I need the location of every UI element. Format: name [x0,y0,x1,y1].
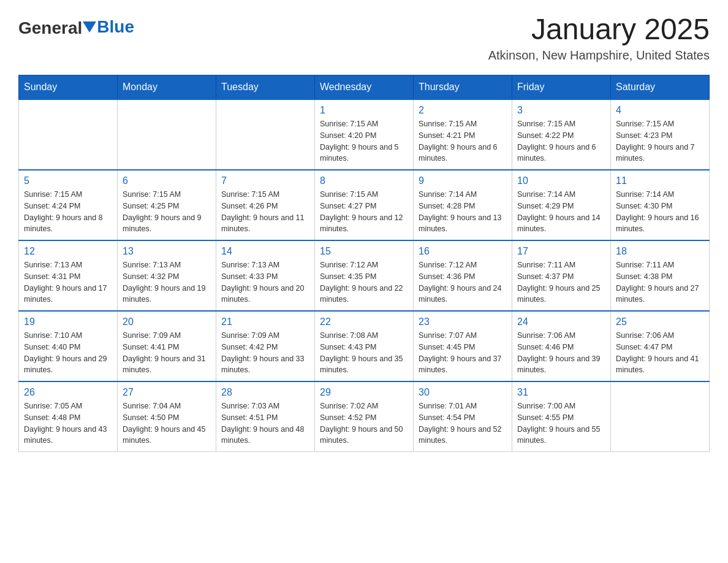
week-row-4: 19Sunrise: 7:10 AM Sunset: 4:40 PM Dayli… [19,311,710,381]
day-number: 25 [616,316,704,327]
day-info: Sunrise: 7:00 AM Sunset: 4:55 PM Dayligh… [517,400,605,446]
day-number: 17 [517,246,605,257]
day-info: Sunrise: 7:06 AM Sunset: 4:47 PM Dayligh… [616,330,704,376]
calendar-cell: 20Sunrise: 7:09 AM Sunset: 4:41 PM Dayli… [118,311,216,381]
day-number: 19 [24,316,112,327]
page-header: General Blue January 2025 Atkinson, New … [18,12,710,63]
calendar-cell [611,381,710,452]
day-info: Sunrise: 7:14 AM Sunset: 4:30 PM Dayligh… [616,189,704,235]
day-number: 20 [123,316,211,327]
day-number: 23 [419,316,507,327]
day-info: Sunrise: 7:11 AM Sunset: 4:37 PM Dayligh… [517,259,605,305]
column-header-saturday: Saturday [611,75,710,100]
day-number: 26 [24,387,112,398]
calendar-cell: 22Sunrise: 7:08 AM Sunset: 4:43 PM Dayli… [315,311,414,381]
day-info: Sunrise: 7:13 AM Sunset: 4:31 PM Dayligh… [24,259,112,305]
day-info: Sunrise: 7:08 AM Sunset: 4:43 PM Dayligh… [320,330,408,376]
week-row-1: 1Sunrise: 7:15 AM Sunset: 4:20 PM Daylig… [19,99,710,170]
day-number: 5 [24,175,112,186]
day-number: 22 [320,316,408,327]
calendar-cell: 14Sunrise: 7:13 AM Sunset: 4:33 PM Dayli… [216,240,315,311]
day-number: 21 [221,316,309,327]
day-number: 11 [616,175,704,186]
day-info: Sunrise: 7:09 AM Sunset: 4:41 PM Dayligh… [123,330,211,376]
day-info: Sunrise: 7:07 AM Sunset: 4:45 PM Dayligh… [419,330,507,376]
day-number: 10 [517,175,605,186]
day-info: Sunrise: 7:14 AM Sunset: 4:29 PM Dayligh… [517,189,605,235]
day-info: Sunrise: 7:15 AM Sunset: 4:22 PM Dayligh… [517,118,605,164]
calendar-cell: 1Sunrise: 7:15 AM Sunset: 4:20 PM Daylig… [315,99,414,170]
day-number: 13 [123,246,211,257]
calendar-cell: 12Sunrise: 7:13 AM Sunset: 4:31 PM Dayli… [19,240,118,311]
day-number: 16 [419,246,507,257]
calendar-cell [216,99,315,170]
day-number: 9 [419,175,507,186]
calendar-cell: 29Sunrise: 7:02 AM Sunset: 4:52 PM Dayli… [315,381,414,452]
calendar-cell [118,99,216,170]
calendar-cell: 28Sunrise: 7:03 AM Sunset: 4:51 PM Dayli… [216,381,315,452]
week-row-3: 12Sunrise: 7:13 AM Sunset: 4:31 PM Dayli… [19,240,710,311]
day-number: 2 [419,105,507,116]
calendar-title: January 2025 [488,12,710,46]
day-number: 29 [320,387,408,398]
day-number: 3 [517,105,605,116]
logo-triangle-icon [83,21,96,33]
column-header-friday: Friday [512,75,611,100]
day-info: Sunrise: 7:15 AM Sunset: 4:25 PM Dayligh… [123,189,211,235]
calendar-cell: 13Sunrise: 7:13 AM Sunset: 4:32 PM Dayli… [118,240,216,311]
day-number: 31 [517,387,605,398]
day-number: 14 [221,246,309,257]
calendar-cell: 27Sunrise: 7:04 AM Sunset: 4:50 PM Dayli… [118,381,216,452]
svg-marker-0 [83,21,96,33]
calendar-cell: 4Sunrise: 7:15 AM Sunset: 4:23 PM Daylig… [611,99,710,170]
day-info: Sunrise: 7:09 AM Sunset: 4:42 PM Dayligh… [221,330,309,376]
logo-blue-text: Blue [97,17,134,37]
day-info: Sunrise: 7:12 AM Sunset: 4:36 PM Dayligh… [419,259,507,305]
day-info: Sunrise: 7:14 AM Sunset: 4:28 PM Dayligh… [419,189,507,235]
calendar-cell: 17Sunrise: 7:11 AM Sunset: 4:37 PM Dayli… [512,240,611,311]
calendar-cell: 25Sunrise: 7:06 AM Sunset: 4:47 PM Dayli… [611,311,710,381]
calendar-cell: 16Sunrise: 7:12 AM Sunset: 4:36 PM Dayli… [414,240,512,311]
calendar-cell: 11Sunrise: 7:14 AM Sunset: 4:30 PM Dayli… [611,170,710,240]
day-info: Sunrise: 7:15 AM Sunset: 4:20 PM Dayligh… [320,118,408,164]
day-number: 12 [24,246,112,257]
day-number: 24 [517,316,605,327]
day-info: Sunrise: 7:03 AM Sunset: 4:51 PM Dayligh… [221,400,309,446]
calendar-cell: 15Sunrise: 7:12 AM Sunset: 4:35 PM Dayli… [315,240,414,311]
column-header-tuesday: Tuesday [216,75,315,100]
day-info: Sunrise: 7:04 AM Sunset: 4:50 PM Dayligh… [123,400,211,446]
day-info: Sunrise: 7:10 AM Sunset: 4:40 PM Dayligh… [24,330,112,376]
day-info: Sunrise: 7:13 AM Sunset: 4:33 PM Dayligh… [221,259,309,305]
calendar-cell: 2Sunrise: 7:15 AM Sunset: 4:21 PM Daylig… [414,99,512,170]
calendar-cell: 30Sunrise: 7:01 AM Sunset: 4:54 PM Dayli… [414,381,512,452]
column-header-monday: Monday [118,75,216,100]
calendar-cell: 21Sunrise: 7:09 AM Sunset: 4:42 PM Dayli… [216,311,315,381]
day-number: 4 [616,105,704,116]
day-number: 28 [221,387,309,398]
day-number: 15 [320,246,408,257]
day-info: Sunrise: 7:15 AM Sunset: 4:21 PM Dayligh… [419,118,507,164]
day-number: 1 [320,105,408,116]
day-info: Sunrise: 7:12 AM Sunset: 4:35 PM Dayligh… [320,259,408,305]
calendar-cell: 5Sunrise: 7:15 AM Sunset: 4:24 PM Daylig… [19,170,118,240]
calendar-cell: 23Sunrise: 7:07 AM Sunset: 4:45 PM Dayli… [414,311,512,381]
day-info: Sunrise: 7:15 AM Sunset: 4:27 PM Dayligh… [320,189,408,235]
calendar-cell: 19Sunrise: 7:10 AM Sunset: 4:40 PM Dayli… [19,311,118,381]
calendar-cell: 3Sunrise: 7:15 AM Sunset: 4:22 PM Daylig… [512,99,611,170]
day-number: 30 [419,387,507,398]
calendar-cell: 26Sunrise: 7:05 AM Sunset: 4:48 PM Dayli… [19,381,118,452]
day-info: Sunrise: 7:02 AM Sunset: 4:52 PM Dayligh… [320,400,408,446]
calendar-table: SundayMondayTuesdayWednesdayThursdayFrid… [18,75,710,452]
calendar-cell: 31Sunrise: 7:00 AM Sunset: 4:55 PM Dayli… [512,381,611,452]
calendar-cell: 24Sunrise: 7:06 AM Sunset: 4:46 PM Dayli… [512,311,611,381]
logo-general-text: General [18,18,82,38]
day-info: Sunrise: 7:11 AM Sunset: 4:38 PM Dayligh… [616,259,704,305]
week-row-2: 5Sunrise: 7:15 AM Sunset: 4:24 PM Daylig… [19,170,710,240]
day-info: Sunrise: 7:06 AM Sunset: 4:46 PM Dayligh… [517,330,605,376]
day-number: 8 [320,175,408,186]
day-number: 18 [616,246,704,257]
day-info: Sunrise: 7:05 AM Sunset: 4:48 PM Dayligh… [24,400,112,446]
calendar-cell: 7Sunrise: 7:15 AM Sunset: 4:26 PM Daylig… [216,170,315,240]
calendar-cell: 9Sunrise: 7:14 AM Sunset: 4:28 PM Daylig… [414,170,512,240]
day-info: Sunrise: 7:15 AM Sunset: 4:23 PM Dayligh… [616,118,704,164]
